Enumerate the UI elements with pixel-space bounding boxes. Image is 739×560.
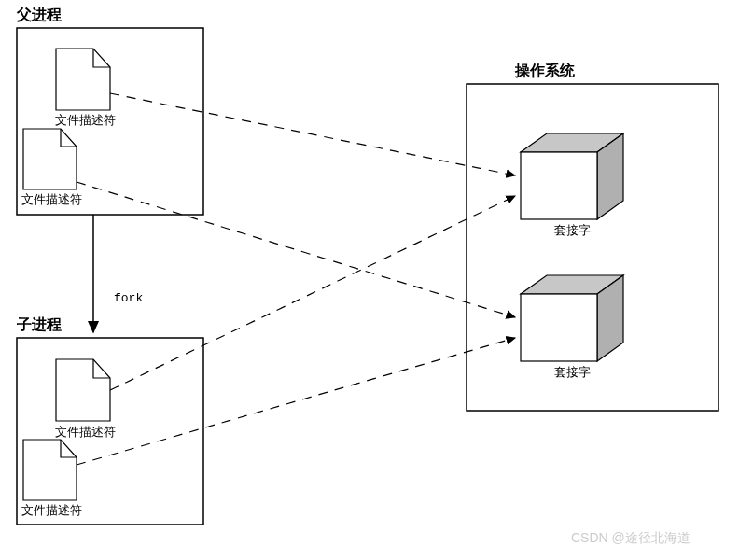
child-fd1-icon [56, 359, 110, 421]
arrow-parent-fd2-to-socket2 [77, 182, 515, 317]
diagram-svg [0, 0, 739, 560]
arrow-parent-fd1-to-socket1 [110, 93, 515, 175]
socket1-cube [521, 133, 623, 219]
svg-rect-2 [521, 152, 597, 219]
arrow-child-fd1-to-socket1 [110, 196, 515, 390]
socket2-cube [521, 275, 623, 361]
parent-fd1-icon [56, 49, 110, 110]
parent-fd2-icon [23, 129, 77, 189]
child-fd2-icon [23, 440, 77, 500]
arrow-child-fd2-to-socket2 [77, 338, 515, 465]
svg-rect-5 [521, 294, 597, 361]
